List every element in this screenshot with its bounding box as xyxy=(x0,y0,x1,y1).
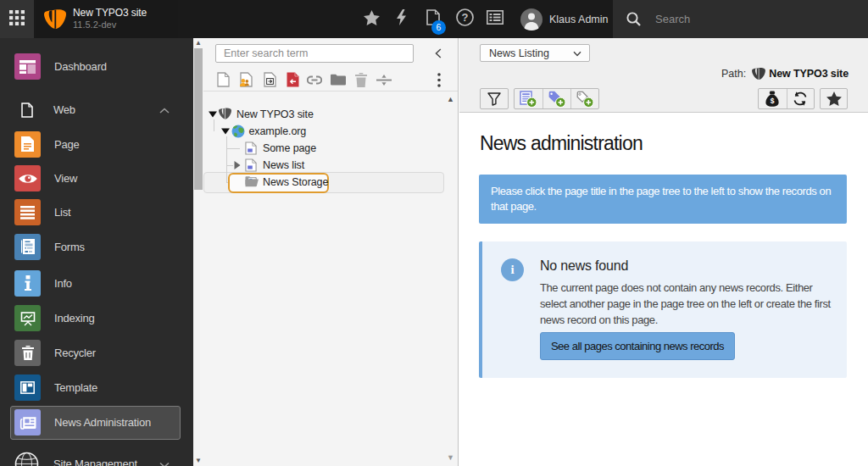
sidebar-item-forms[interactable]: Forms xyxy=(3,230,186,264)
sidebar-item-label: News Administration xyxy=(54,416,151,429)
sidebar-item-template[interactable]: Template xyxy=(3,371,186,405)
collapse-caret-icon[interactable] xyxy=(234,161,241,169)
topbar-sitename[interactable]: New TYPO3 site 11.5.2-dev xyxy=(36,0,178,38)
tree-node-new-typo3-site[interactable]: New TYPO3 site xyxy=(203,106,458,123)
sidebar-item-label: Page xyxy=(54,138,80,151)
module-function-value: News Listing xyxy=(489,47,549,59)
sitemanagement-icon xyxy=(14,451,40,466)
systeminformation-icon xyxy=(487,10,504,28)
svg-text:?: ? xyxy=(461,11,468,24)
help-icon: ? xyxy=(456,8,474,30)
path-typo3-icon xyxy=(752,68,765,80)
sidebar-section-web[interactable]: Web xyxy=(3,93,186,127)
typo3-logo-icon xyxy=(44,9,66,29)
new-page-button[interactable] xyxy=(213,69,233,90)
module-area: News Listing Path: New TYPO3 site $ xyxy=(459,38,868,466)
web-icon xyxy=(14,103,40,118)
kebab-menu-button[interactable] xyxy=(429,69,449,90)
info-circle-icon: i xyxy=(501,258,524,281)
clear-cache-bolt-icon xyxy=(396,9,407,29)
scrollbar-thumb[interactable] xyxy=(194,48,203,190)
path-value: New TYPO3 site xyxy=(769,68,849,80)
pagetree-scroll-down-icon[interactable]: ▼ xyxy=(447,453,454,462)
new-category-icon xyxy=(548,91,566,108)
sidebar-item-list[interactable]: List xyxy=(3,196,186,230)
expand-caret-icon[interactable] xyxy=(209,111,217,118)
pagetree-scroll-up-icon[interactable]: ▲ xyxy=(447,95,454,103)
clear-cache-toolbar-button[interactable] xyxy=(389,0,413,38)
module-function-select[interactable]: News Listing xyxy=(480,44,590,62)
new-recycler-icon xyxy=(355,73,367,87)
new-mountpoint-page-icon xyxy=(287,72,299,87)
tree-node-news-storage[interactable]: News Storage xyxy=(203,174,458,191)
docheader-right-group: $ xyxy=(758,88,815,109)
tree-node-label: Some page xyxy=(263,142,316,154)
modulemenu-scrollbar[interactable]: ▲ ▼ xyxy=(193,38,203,466)
search-icon xyxy=(626,12,641,26)
scroll-up-icon[interactable]: ▲ xyxy=(193,40,203,47)
new-mountpoint-page-button[interactable] xyxy=(282,69,303,90)
typo3-shield-icon xyxy=(219,108,231,119)
module-content: News administration Please click the pag… xyxy=(459,114,868,466)
user-toolbar-button[interactable]: Klaus Admin xyxy=(520,0,608,38)
sidebar-item-page[interactable]: Page xyxy=(3,127,186,161)
filter-funnel-icon xyxy=(487,92,501,106)
expand-caret-icon[interactable] xyxy=(221,128,230,135)
view-icon xyxy=(14,165,41,191)
see-all-pages-button[interactable]: See all pages containing news records xyxy=(540,332,735,360)
search-placeholder: Search xyxy=(655,13,690,25)
tree-node-some-page[interactable]: Some page xyxy=(203,140,458,157)
new-news-record-button[interactable] xyxy=(515,89,542,108)
sidebar-item-news-administration[interactable]: News Administration xyxy=(10,406,181,440)
new-backend-user-section-page-button[interactable] xyxy=(236,69,256,90)
filter-button[interactable] xyxy=(480,88,509,109)
sidebar-item-view[interactable]: View xyxy=(3,162,186,196)
topbar-search[interactable]: Search xyxy=(613,0,868,38)
sidebar-section-site-management[interactable]: Site Management xyxy=(3,447,186,466)
new-recycler-button[interactable] xyxy=(351,69,371,90)
info-alert: Please click the page title in the page … xyxy=(479,175,847,224)
new-link-button[interactable] xyxy=(304,69,325,90)
help-toolbar-button[interactable]: ? xyxy=(452,0,477,38)
pagetree-search-input[interactable] xyxy=(215,44,414,63)
new-tag-button[interactable] xyxy=(570,89,598,108)
forms-icon xyxy=(14,234,41,260)
new-divider-icon xyxy=(376,75,392,86)
sidebar-item-recycler[interactable]: Recycler xyxy=(3,336,186,370)
new-record-button-group xyxy=(514,88,599,109)
shortcut-star-icon xyxy=(826,92,842,106)
shortcut-button[interactable] xyxy=(820,88,848,109)
recycler-icon xyxy=(14,340,41,366)
avatar-icon xyxy=(520,8,542,31)
bookmark-toolbar-button[interactable] xyxy=(359,0,383,38)
refresh-button[interactable] xyxy=(787,89,815,108)
page-doc-icon xyxy=(245,158,257,172)
new-shortcut-page-button[interactable] xyxy=(259,69,280,90)
scroll-down-icon[interactable]: ▼ xyxy=(193,458,203,464)
pagetree-divider xyxy=(203,91,458,92)
tree-node-news-list[interactable]: News list xyxy=(203,157,458,174)
tree-node-label: New TYPO3 site xyxy=(236,108,314,120)
new-divider-button[interactable] xyxy=(374,69,394,90)
site-title: New TYPO3 site xyxy=(73,7,147,19)
sidebar-item-label: Indexing xyxy=(54,312,95,325)
tree-node-example-org[interactable]: example.org xyxy=(203,123,458,140)
pagetree-collapse-button[interactable] xyxy=(426,44,450,63)
systeminformation-toolbar-button[interactable] xyxy=(482,0,508,38)
sidebar-item-label: Dashboard xyxy=(54,60,107,73)
path-label: Path: xyxy=(721,68,746,80)
dashboard-icon xyxy=(14,53,41,80)
tree-node-label: News list xyxy=(263,159,304,171)
sidebar-item-dashboard[interactable]: Dashboard xyxy=(3,50,186,84)
modulemenu-toggle-button[interactable] xyxy=(0,0,34,38)
sidebar-item-info[interactable]: Info xyxy=(3,266,186,300)
pagetree: New TYPO3 siteexample.orgSome pageNews l… xyxy=(203,96,458,465)
new-category-button[interactable] xyxy=(542,89,570,108)
donate-button[interactable]: $ xyxy=(759,89,787,108)
callout-body: The current page does not contain any ne… xyxy=(540,280,837,328)
new-backend-user-section-page-icon xyxy=(239,72,253,87)
sidebar-item-indexing[interactable]: Indexing xyxy=(3,302,186,336)
new-folder-button[interactable] xyxy=(328,69,348,90)
sidebar-item-label: Recycler xyxy=(54,347,96,359)
sidebar-item-label: View xyxy=(54,172,77,185)
